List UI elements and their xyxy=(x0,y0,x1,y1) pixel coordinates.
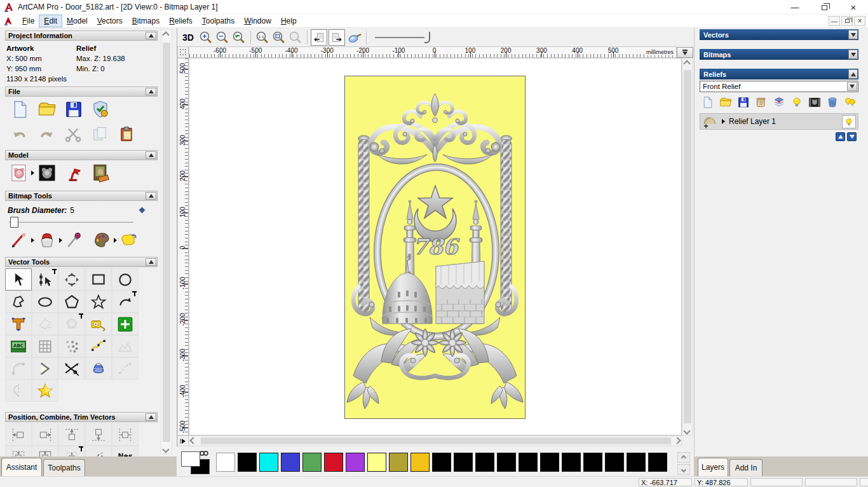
palette-swatch[interactable] xyxy=(519,453,538,472)
flyout-pin-icon[interactable] xyxy=(52,269,57,275)
palette-swatch[interactable] xyxy=(324,453,343,472)
create-ellipse-icon[interactable] xyxy=(32,291,58,313)
menu-item-model[interactable]: Model xyxy=(62,15,92,27)
menu-item-bitmaps[interactable]: Bitmaps xyxy=(128,15,164,27)
dropdown-button[interactable] xyxy=(847,82,857,91)
zoom-1to1-icon[interactable]: 1:1 xyxy=(254,29,271,46)
relief-selector-dropdown[interactable]: Front Relief xyxy=(700,81,858,92)
canvas-vertical-scrollbar[interactable] xyxy=(682,58,693,436)
menu-item-help[interactable]: Help xyxy=(276,15,301,27)
palette-swatch[interactable] xyxy=(410,453,430,472)
envelope-distort-icon[interactable] xyxy=(32,335,58,357)
align-top-icon[interactable] xyxy=(58,423,85,446)
offset-vector-icon[interactable] xyxy=(58,313,85,335)
tab-toolpaths[interactable]: Toolpaths xyxy=(43,459,85,476)
open-model-icon[interactable] xyxy=(37,99,57,120)
select-vectors-icon[interactable] xyxy=(5,268,32,291)
palette-swatch[interactable] xyxy=(475,453,494,472)
create-rectangle-icon[interactable] xyxy=(85,268,112,291)
zoom-out-icon[interactable] xyxy=(214,29,231,46)
flood-fill-icon[interactable] xyxy=(37,230,57,250)
redo-icon[interactable] xyxy=(37,125,56,144)
menu-item-vectors[interactable]: Vectors xyxy=(93,15,127,27)
collapse-section-button[interactable] xyxy=(146,413,156,421)
create-arc-icon[interactable] xyxy=(112,291,139,313)
flyout-caret-icon[interactable] xyxy=(59,238,62,243)
zoom-fit-icon[interactable] xyxy=(271,29,287,46)
texture-sponge-icon[interactable] xyxy=(118,230,139,250)
delete-layer-icon[interactable] xyxy=(825,95,839,109)
palette-scroll-up-icon[interactable] xyxy=(677,452,690,463)
node-editing-icon[interactable] xyxy=(32,268,58,291)
vector-boolean-icon[interactable] xyxy=(32,313,58,335)
new-model-icon[interactable] xyxy=(10,99,31,120)
save-relief-icon[interactable] xyxy=(736,95,750,109)
open-relief-icon[interactable] xyxy=(719,95,733,109)
paste-icon[interactable] xyxy=(117,125,136,144)
scatter-vectors-icon[interactable] xyxy=(85,446,112,456)
collapse-section-button[interactable] xyxy=(146,32,156,39)
measure-tool-icon[interactable] xyxy=(85,313,112,335)
zoom-in-icon[interactable] xyxy=(198,29,214,46)
center-in-page-icon[interactable] xyxy=(5,446,32,456)
mdi-close-button[interactable]: × xyxy=(854,16,865,26)
create-polygon-icon[interactable] xyxy=(58,291,85,313)
paste-along-curve-icon[interactable] xyxy=(58,335,85,357)
palette-swatch[interactable] xyxy=(605,453,624,472)
close-button[interactable]: × xyxy=(839,0,868,15)
transform-vectors-icon[interactable] xyxy=(58,268,85,291)
palette-swatch[interactable] xyxy=(367,453,386,472)
nest-vectors-icon[interactable]: Nes xyxy=(112,446,139,456)
fit-curve-icon[interactable] xyxy=(85,335,112,357)
menu-item-reliefs[interactable]: Reliefs xyxy=(165,15,197,27)
save-model-icon[interactable] xyxy=(64,99,84,120)
lighting-icon[interactable] xyxy=(64,163,84,183)
primary-colour-swatch[interactable] xyxy=(181,451,200,467)
palette-swatch[interactable] xyxy=(648,453,667,472)
ruler-origin-icon[interactable] xyxy=(177,46,189,58)
pick-colour-icon[interactable] xyxy=(64,230,84,250)
colour-palette-icon[interactable] xyxy=(92,230,112,250)
collapse-section-button[interactable] xyxy=(848,69,858,79)
join-vectors-icon[interactable] xyxy=(32,357,58,380)
palette-swatch[interactable] xyxy=(346,453,365,472)
minimize-button[interactable]: — xyxy=(780,0,810,15)
align-left-icon[interactable] xyxy=(5,423,32,446)
next-layer-icon[interactable] xyxy=(329,29,345,46)
layer-visibility-button[interactable] xyxy=(842,115,856,128)
palette-scroll-down-icon[interactable] xyxy=(677,464,690,475)
menu-item-toolpaths[interactable]: Toolpaths xyxy=(198,15,239,27)
palette-swatch[interactable] xyxy=(281,453,300,472)
stack-layers-icon[interactable] xyxy=(772,95,786,109)
scroll-up-icon[interactable] xyxy=(163,32,168,38)
palette-swatch[interactable] xyxy=(627,453,646,472)
block-paste-icon[interactable] xyxy=(112,313,139,335)
align-center-vertical-icon[interactable] xyxy=(58,446,85,456)
palette-swatch[interactable] xyxy=(562,453,581,472)
ruler-units-dropdown[interactable] xyxy=(677,47,693,58)
flyout-caret-icon[interactable] xyxy=(31,170,34,175)
layer-expand-caret[interactable] xyxy=(722,119,725,124)
tab-layers[interactable]: Layers xyxy=(698,458,728,476)
flyout-caret-icon[interactable] xyxy=(114,238,117,243)
scroll-right-icon[interactable] xyxy=(675,438,680,443)
create-star-icon[interactable] xyxy=(85,291,112,313)
create-polyline-icon[interactable] xyxy=(5,291,32,313)
undo-icon[interactable] xyxy=(10,125,29,144)
menu-item-edit[interactable]: Edit xyxy=(39,15,62,27)
brush-diameter-slider[interactable] xyxy=(9,222,133,223)
menu-item-window[interactable]: Window xyxy=(240,15,276,27)
door-relief-artwork[interactable]: 786 xyxy=(344,76,526,419)
link-colours-icon[interactable] xyxy=(200,450,208,456)
palette-swatch[interactable] xyxy=(389,453,408,472)
prev-layer-icon[interactable] xyxy=(311,29,327,46)
assistant-scrollbar[interactable] xyxy=(161,29,172,454)
move-layer-down-button[interactable] xyxy=(847,132,857,141)
move-layer-up-button[interactable] xyxy=(836,132,845,141)
preview-layer-icon[interactable] xyxy=(346,29,363,46)
horizontal-scroll-thumb[interactable] xyxy=(201,437,671,444)
zoom-slider[interactable] xyxy=(375,31,433,45)
zoom-previous-icon[interactable] xyxy=(231,29,247,46)
flyout-pin-icon[interactable] xyxy=(79,313,84,319)
model-properties-icon[interactable] xyxy=(90,99,111,120)
